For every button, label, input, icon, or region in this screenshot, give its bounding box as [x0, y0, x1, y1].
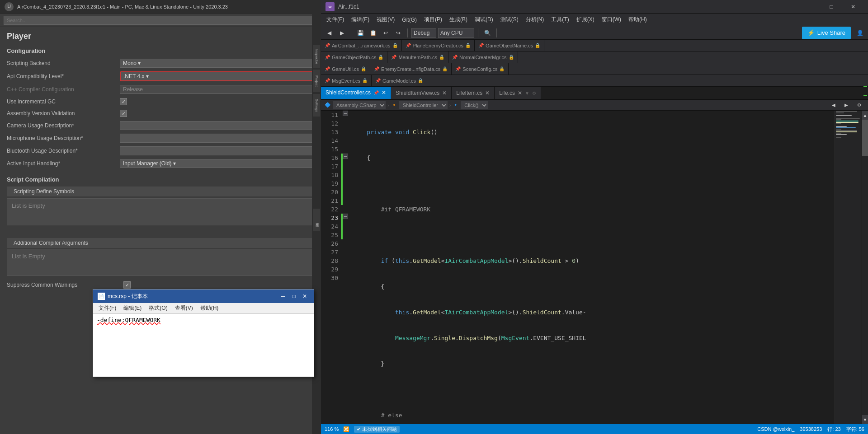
vs-menu-build[interactable]: 生成(B) [446, 14, 471, 25]
vs-scrollbar-up[interactable]: ▲ [862, 111, 868, 120]
vs-menu-window[interactable]: 窗口(W) [598, 14, 625, 25]
camera-usage-input[interactable] [120, 121, 314, 130]
vs-menu-extensions[interactable]: 扩展(X) [573, 14, 598, 25]
vs-menu-analyze[interactable]: 分析(N) [522, 14, 548, 25]
vs-tab-shielditemview[interactable]: ShieldItemView.cs ✕ [391, 87, 452, 99]
vs-menu-file[interactable]: 文件(F) [323, 14, 348, 25]
line-numbers-column: 11 12 13 14 15 16 17 18 19 20 21 22 23 2… [321, 111, 341, 424]
vs-menu-test[interactable]: 测试(S) [497, 14, 522, 25]
vs-tab-life-settings[interactable]: ⚙ [532, 91, 536, 96]
vs-forward-button[interactable]: ▶ [336, 28, 347, 38]
vs-tab-shielditemview-label: ShieldItemView.cs [396, 90, 439, 96]
vs-tab-enemycreate[interactable]: 📌 EnemyCreate...nfigData.cs 🔒 [370, 63, 452, 75]
collapse-line-16[interactable]: ─ [343, 154, 348, 159]
vs-tab-normalcreatermgr[interactable]: 📌 NormalCreaterMgr.cs 🔒 [448, 51, 518, 63]
scripting-backend-value[interactable]: Mono ▾ [120, 59, 314, 68]
vs-tab-aircombat[interactable]: 📌 AirCombat_...ramework.cs 🔒 [321, 40, 402, 51]
vs-search-button[interactable]: 🔍 [482, 28, 493, 38]
vs-scrollbar-thumb[interactable] [862, 120, 868, 156]
vs-breadcrumb-method-select[interactable]: Click() [461, 101, 488, 109]
vs-menu-view[interactable]: 视图(V) [373, 14, 398, 25]
vs-live-share-button[interactable]: ⚡ Live Share [802, 27, 851, 39]
suppress-checkbox[interactable]: ✓ [123, 281, 131, 289]
vs-tab-gameobjectpath[interactable]: 📌 GameObjectPath.cs 🔒 [321, 51, 387, 63]
vs-tab-gamemodel[interactable]: 📌 GameModel.cs 🔒 [372, 75, 427, 86]
vs-menu-bar: 文件(F) 编辑(E) 视图(V) Git(G) 项目(P) 生成(B) 调试(… [321, 14, 868, 26]
vs-tab-lifeitem[interactable]: LifeItem.cs ✕ [452, 87, 495, 99]
vs-breadcrumb-class-select[interactable]: ShieldController [399, 101, 448, 109]
vs-close-button[interactable]: ✕ [843, 0, 863, 14]
vs-tab-life[interactable]: Life.cs ✕ ▼ ⚙ [495, 87, 541, 99]
vs-debug-dropdown-container[interactable]: Debug Release [411, 28, 436, 38]
unity-sidebar-icon-inspector[interactable]: Inspector [313, 45, 320, 68]
vs-save-button[interactable]: 💾 [355, 28, 366, 38]
vs-scrollbar-down[interactable]: ▼ [862, 415, 868, 424]
vs-status-bar: 116 % 🔀 ✔ 未找到相关问题 CSDN @weixin_ 39538253… [321, 424, 868, 434]
breadcrumb-icon-2: 🔸 [391, 102, 397, 108]
notepad-menu-edit[interactable]: 编辑(E) [120, 303, 145, 313]
vs-debug-select[interactable]: Debug Release [411, 28, 436, 38]
notepad-define-underlined: -define:QFRAMEWORK [97, 317, 160, 323]
code-main-column[interactable]: private void Click() { #if QFRAMEWORK if… [351, 111, 835, 424]
vs-menu-debug[interactable]: 调试(D) [471, 14, 497, 25]
line-num-22: 22 [321, 205, 338, 214]
vs-tab-menuitempath[interactable]: 📌 MenuItemPath.cs 🔒 [387, 51, 448, 63]
vs-scrollbar-vertical[interactable]: ▲ ▼ [862, 111, 868, 424]
notepad-minimize-button[interactable]: ─ [278, 292, 288, 301]
collapse-line-23[interactable]: ─ [343, 214, 348, 219]
unity-sidebar-icon-project[interactable]: Project [313, 70, 320, 92]
vs-tab-gameobjectname[interactable]: 📌 GameObjectName.cs 🔒 [475, 40, 544, 51]
notepad-maximize-button[interactable]: □ [289, 292, 298, 301]
vs-tab-shieldcontroller-active[interactable]: ShieldController.cs 📌 ✕ [321, 87, 391, 99]
vs-back-button[interactable]: ◀ [324, 28, 335, 38]
vs-toolbar: ◀ ▶ 💾 📋 ↩ ↪ Debug Release Any CPU 🔍 ⚡ Li… [321, 26, 868, 40]
vs-menu-edit[interactable]: 编辑(E) [348, 14, 373, 25]
vs-tab-sceneconfig[interactable]: 📌 SceneConfig.cs 🔒 [452, 63, 509, 75]
vs-breadcrumb-assembly-select[interactable]: Assembly-CSharp [333, 101, 386, 109]
notepad-menu-file[interactable]: 文件(F) [95, 303, 120, 313]
vs-tab-life-close[interactable]: ✕ [518, 90, 522, 96]
vs-menu-help[interactable]: 帮助(H) [625, 14, 651, 25]
vs-tab-gameutil[interactable]: 📌 GameUtil.cs 🔒 [321, 63, 370, 75]
notepad-menu-view[interactable]: 查看(V) [171, 303, 197, 313]
active-input-value[interactable]: Input Manager (Old) ▾ [120, 159, 314, 168]
notepad-menu-format[interactable]: 格式(O) [145, 303, 171, 313]
collapse-line-11[interactable]: ─ [343, 111, 348, 116]
vs-tab-life-collapse[interactable]: ▼ [525, 91, 529, 96]
vs-save-all-button[interactable]: 📋 [368, 28, 378, 38]
vs-profile-button[interactable]: 👤 [854, 28, 865, 38]
vs-tab-lifeitem-close[interactable]: ✕ [485, 90, 490, 96]
vs-maximize-button[interactable]: □ [821, 0, 842, 14]
line-num-20: 20 [321, 188, 338, 196]
vs-breadcrumb-settings-button[interactable]: ⚙ [854, 100, 864, 111]
vs-redo-button[interactable]: ↪ [393, 28, 404, 38]
vs-menu-tools[interactable]: 工具(T) [547, 14, 572, 25]
vs-menu-project[interactable]: 项目(P) [420, 14, 446, 25]
bluetooth-usage-input[interactable] [120, 146, 314, 155]
vs-cpu-select[interactable]: Any CPU [438, 28, 474, 38]
vs-tab-msgevent[interactable]: 📌 MsgEvent.cs 🔒 [321, 75, 372, 86]
unity-sidebar-icon-settings[interactable]: Settings [313, 94, 320, 117]
line-num-28: 28 [321, 257, 338, 265]
unity-search-input[interactable] [4, 16, 317, 25]
vs-tab-shieldcontroller-close[interactable]: ✕ [382, 89, 386, 96]
notepad-menu-help[interactable]: 帮助(H) [197, 303, 222, 313]
vs-title-bar: ∞ Air...f1c1 ─ □ ✕ [321, 0, 868, 14]
vs-minimize-button[interactable]: ─ [799, 0, 820, 14]
vs-menu-git[interactable]: Git(G) [398, 15, 420, 24]
unity-sidebar-icon-life[interactable]: 生存率 [313, 209, 320, 231]
assembly-version-checkbox[interactable]: ✓ [120, 110, 127, 117]
microphone-usage-input[interactable] [120, 134, 314, 143]
vs-breadcrumb-next-button[interactable]: ▶ [841, 100, 852, 111]
vs-status-zoom: 116 % [325, 426, 339, 432]
vs-tab-gamemodel-label: GameModel.cs [382, 78, 416, 84]
vs-tab-shielditemview-close[interactable]: ✕ [442, 90, 447, 96]
vs-undo-button[interactable]: ↩ [380, 28, 391, 38]
api-compatibility-value[interactable]: .NET 4.x ▾ [120, 71, 314, 81]
vs-tab-planeenemycreator[interactable]: 📌 PlaneEnemyCreator.cs 🔒 [402, 40, 475, 51]
incremental-gc-checkbox[interactable]: ✓ [120, 98, 127, 105]
notepad-close-button[interactable]: ✕ [300, 292, 309, 301]
vs-cpu-dropdown-container[interactable]: Any CPU [438, 28, 474, 38]
vs-breadcrumb-prev-button[interactable]: ◀ [828, 100, 839, 111]
vs-panel: ∞ Air...f1c1 ─ □ ✕ 文件(F) 编辑(E) 视图(V) Git… [321, 0, 868, 434]
